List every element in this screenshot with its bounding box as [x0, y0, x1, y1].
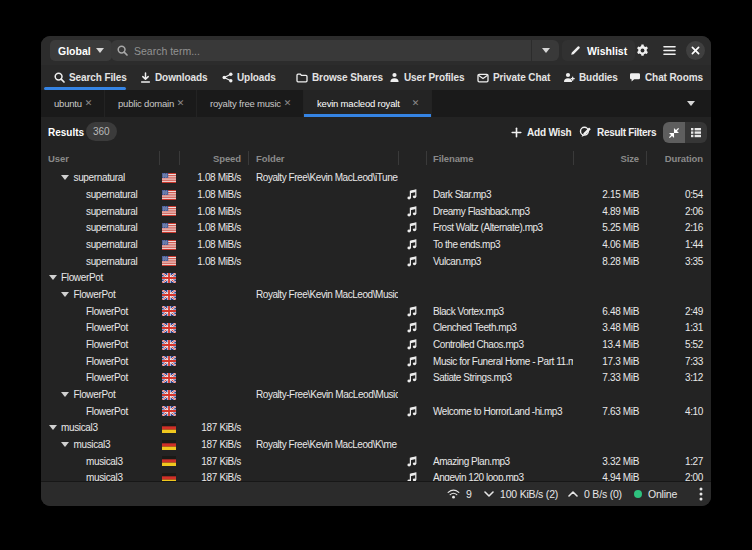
result-row[interactable]: FlowerPot Royalty-Free\Kevin MacLeod\Mus…	[41, 386, 711, 403]
size-cell	[573, 436, 646, 453]
size-cell: 13.4 MiB	[573, 336, 646, 353]
toolbar-item[interactable]: User Profiles	[379, 65, 463, 90]
search-tab[interactable]: public domain ✕	[105, 90, 197, 117]
result-row[interactable]: FlowerPot Controlled Chaos.mp3 13.4 MiB …	[41, 336, 711, 353]
folder-cell: Royalty Free\Kevin MacLeod\K\me	[248, 436, 398, 453]
result-row[interactable]: musical3 187 KiB/s Angevin 120 loop.mp3 …	[41, 470, 711, 481]
flag-gb-icon	[162, 323, 176, 333]
folder-cell	[248, 370, 398, 387]
folder-cell	[248, 420, 398, 437]
search-scope-dropdown[interactable]: Global	[50, 40, 112, 61]
result-row[interactable]: FlowerPot Royalty Free\Kevin MacLeod\Mus…	[41, 286, 711, 303]
music-note-icon	[407, 456, 417, 467]
column-header-folder[interactable]: Folder	[256, 147, 284, 170]
expander-icon[interactable]	[60, 387, 71, 403]
duration-cell: 4:10	[646, 403, 711, 420]
column-header-filename[interactable]: Filename	[433, 147, 473, 170]
result-row[interactable]: FlowerPot Music for Funeral Home - Part …	[41, 353, 711, 370]
list-view-toggle[interactable]	[685, 122, 707, 143]
music-note-icon	[407, 339, 417, 350]
column-header-size[interactable]: Size	[620, 147, 639, 170]
expander-icon[interactable]	[47, 270, 58, 286]
result-row[interactable]: FlowerPot Black Vortex.mp3 6.48 MiB 2:49	[41, 303, 711, 320]
result-row[interactable]: musical3 187 KiB/s Amazing Plan.mp3 3.32…	[41, 453, 711, 470]
filename-cell: Frost Waltz (Alternate).mp3	[426, 220, 573, 237]
flag-de-icon	[162, 473, 176, 481]
upload-rate-status[interactable]: 0 B/s (0)	[568, 488, 622, 500]
duration-cell	[646, 286, 711, 303]
toolbar-item[interactable]: Chat Rooms	[619, 65, 705, 90]
filetype-cell	[398, 220, 426, 237]
search-tab[interactable]: royalty free music ✕	[197, 90, 304, 117]
search-tab[interactable]: ubuntu ✕	[41, 90, 105, 117]
username: supernatural	[86, 222, 137, 233]
expander-icon[interactable]	[60, 170, 71, 186]
results-count-badge: 360	[86, 122, 117, 141]
search-history-dropdown[interactable]	[532, 40, 559, 61]
search-input[interactable]: Search term...	[111, 40, 559, 61]
expander-icon[interactable]	[60, 287, 71, 303]
main-menu-button[interactable]	[658, 40, 680, 61]
filetype-cell	[398, 286, 426, 303]
username: FlowerPot	[74, 289, 116, 300]
search-results-table: User Speed Folder Filename Size Duration	[41, 147, 711, 481]
result-row[interactable]: supernatural 1.08 MiB/s Frost Waltz (Alt…	[41, 220, 711, 237]
column-header-user[interactable]: User	[48, 147, 69, 170]
table-header: User Speed Folder Filename Size Duration	[41, 147, 711, 170]
country-cell	[159, 253, 179, 270]
column-header-duration[interactable]: Duration	[665, 147, 703, 170]
search-tab[interactable]: kevin macleod royalt ✕	[304, 90, 432, 117]
close-tab-icon[interactable]: ✕	[85, 99, 92, 108]
result-row[interactable]: supernatural 1.08 MiB/s Royalty Free\Kev…	[41, 170, 711, 187]
result-row[interactable]: FlowerPot Satiate Strings.mp3 7.33 MiB 3…	[41, 370, 711, 387]
filetype-cell	[398, 453, 426, 470]
toolbar-item[interactable]: Uploads	[212, 65, 282, 90]
expander-icon[interactable]	[60, 437, 71, 453]
result-filters-button[interactable]: Result Filters	[571, 121, 664, 143]
folder-cell	[248, 253, 398, 270]
music-note-icon	[407, 206, 417, 217]
result-row[interactable]: supernatural 1.08 MiB/s To the ends.mp3 …	[41, 236, 711, 253]
filetype-cell	[398, 353, 426, 370]
result-row[interactable]: supernatural 1.08 MiB/s Dark Star.mp3 2.…	[41, 186, 711, 203]
user-cell: supernatural	[41, 203, 159, 220]
result-row[interactable]: FlowerPot Clenched Teeth.mp3 3.48 MiB 1:…	[41, 320, 711, 337]
wishlist-button[interactable]: Wishlist	[562, 40, 635, 61]
country-cell	[159, 320, 179, 337]
user-cell: supernatural	[41, 186, 159, 203]
close-window-button[interactable]	[686, 41, 705, 60]
add-wish-button[interactable]: Add Wish	[503, 121, 579, 143]
close-tab-icon[interactable]: ✕	[284, 99, 291, 108]
preferences-button[interactable]	[631, 40, 653, 61]
flag-us-icon	[162, 206, 176, 216]
desktop-background: Global Search term... Wishlist	[0, 0, 752, 550]
close-tab-icon[interactable]: ✕	[412, 99, 419, 108]
toolbar-item[interactable]: Search Files	[44, 65, 126, 90]
result-row[interactable]: musical3 187 KiB/s Royalty Free\Kevin Ma…	[41, 436, 711, 453]
toolbar-item[interactable]: Buddies	[553, 65, 615, 90]
column-header-speed[interactable]: Speed	[213, 147, 241, 170]
result-row[interactable]: FlowerPot	[41, 270, 711, 287]
result-row[interactable]: supernatural 1.08 MiB/s Dreamy Flashback…	[41, 203, 711, 220]
result-row[interactable]: FlowerPot Welcome to HorrorLand -hi.mp3 …	[41, 403, 711, 420]
folder-cell	[248, 320, 398, 337]
close-tab-icon[interactable]: ✕	[177, 99, 184, 108]
filetype-cell	[398, 303, 426, 320]
expander-icon[interactable]	[47, 420, 58, 436]
toolbar-item[interactable]: Browse Shares	[286, 65, 375, 90]
download-rate-status[interactable]: 100 KiB/s (2)	[484, 488, 558, 500]
collapse-all-toggle[interactable]	[663, 122, 685, 143]
toolbar-item[interactable]: Private Chat	[467, 65, 549, 90]
connections-status[interactable]: 9	[447, 488, 472, 500]
duration-cell: 2:49	[646, 303, 711, 320]
column-divider	[426, 151, 427, 165]
speed-cell	[179, 303, 248, 320]
speed-cell: 1.08 MiB/s	[179, 186, 248, 203]
size-cell: 4.94 MiB	[573, 470, 646, 481]
toolbar-item[interactable]: Downloads	[130, 65, 208, 90]
search-placeholder: Search term...	[134, 45, 531, 57]
tab-overflow-button[interactable]	[679, 90, 703, 117]
result-row[interactable]: musical3 187 KiB/s	[41, 420, 711, 437]
status-menu-button[interactable]	[691, 487, 711, 501]
result-row[interactable]: supernatural 1.08 MiB/s Vulcan.mp3 8.28 …	[41, 253, 711, 270]
